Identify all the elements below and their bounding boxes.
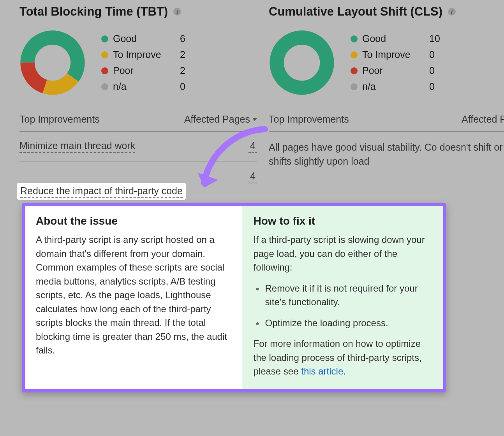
improvement-link[interactable]: Reduce the impact of third-party code: [20, 185, 183, 198]
legend-value: 10: [429, 33, 443, 44]
legend-dot-good: [351, 35, 358, 42]
improvements-header: Top Improvements Affected P: [269, 114, 504, 132]
legend-label: n/a: [113, 81, 175, 92]
legend-label: Poor: [362, 65, 425, 76]
article-link[interactable]: this article: [301, 366, 343, 376]
improvement-row[interactable]: 4: [19, 162, 257, 179]
legend-value: 2: [180, 49, 194, 60]
legend-row-improve: To Improve 0: [351, 49, 443, 60]
legend-row-na: n/a 0: [351, 81, 443, 92]
legend-row-poor: Poor 2: [101, 65, 194, 76]
legend-dot-good: [101, 35, 108, 42]
legend-label: To Improve: [362, 49, 425, 60]
metric-title-tbt: Total Blocking Time (TBT) i: [19, 5, 257, 19]
metric-title-cls: Cumulative Layout Shift (CLS) i: [269, 5, 504, 19]
legend-row-improve: To Improve 2: [101, 49, 194, 60]
legend-dot-na: [351, 83, 358, 90]
improvement-link[interactable]: Minimize main thread work: [19, 140, 135, 153]
fix-more: For more information on how to optimize …: [253, 337, 432, 378]
fix-bullet: Remove it if it is not required for your…: [253, 281, 432, 309]
metric-panel-cls: Cumulative Layout Shift (CLS) i Good 10 …: [269, 5, 504, 179]
donut-chart-tbt: [19, 30, 86, 96]
about-issue-panel: About the issue A third-party script is …: [25, 206, 242, 389]
legend-value: 0: [180, 81, 194, 92]
metric-title-text: Cumulative Layout Shift (CLS): [269, 5, 442, 19]
legend-dot-poor: [351, 67, 358, 74]
svg-point-4: [277, 38, 327, 88]
donut-chart-cls: [269, 30, 335, 96]
legend-label: n/a: [362, 81, 425, 92]
improvements-title: Top Improvements: [269, 114, 349, 125]
legend-row-good: Good 10: [351, 33, 443, 44]
legend-value: 6: [180, 33, 194, 44]
improvement-count[interactable]: 4: [248, 140, 257, 153]
info-icon[interactable]: i: [448, 8, 456, 16]
legend-tbt: Good 6 To Improve 2 Poor 2 n/a 0: [101, 33, 194, 92]
metric-panel-tbt: Total Blocking Time (TBT) i Good: [19, 5, 257, 179]
improvement-count[interactable]: 4: [248, 171, 257, 183]
legend-label: Poor: [113, 65, 175, 76]
fix-intro: If a third-party script is slowing down …: [253, 233, 432, 274]
legend-row-poor: Poor 0: [351, 65, 443, 76]
sort-caret-icon: [252, 118, 257, 121]
affected-pages-header[interactable]: Affected P: [462, 114, 504, 125]
highlighted-improvement[interactable]: Reduce the impact of third-party code: [17, 183, 186, 200]
legend-value: 2: [180, 65, 194, 76]
legend-label: Good: [362, 33, 425, 44]
legend-dot-improve: [101, 51, 108, 58]
legend-dot-poor: [101, 67, 108, 74]
fix-more-suffix: .: [343, 366, 346, 376]
improvement-row[interactable]: Minimize main thread work 4: [19, 132, 257, 162]
legend-dot-improve: [351, 51, 358, 58]
legend-row-good: Good 6: [101, 33, 194, 44]
affected-pages-header[interactable]: Affected Pages: [184, 114, 257, 125]
improvements-title: Top Improvements: [19, 114, 100, 125]
about-heading: About the issue: [36, 215, 231, 227]
issue-callout: About the issue A third-party script is …: [22, 203, 446, 392]
legend-label: Good: [113, 33, 175, 44]
fix-bullet: Optimize the loading process.: [253, 316, 432, 330]
legend-value: 0: [429, 49, 443, 60]
how-to-fix-panel: How to fix it If a third-party script is…: [242, 206, 443, 389]
legend-dot-na: [101, 83, 108, 90]
metric-title-text: Total Blocking Time (TBT): [19, 5, 168, 19]
legend-label: To Improve: [113, 49, 175, 60]
legend-value: 0: [429, 81, 443, 92]
info-icon[interactable]: i: [173, 8, 181, 16]
improvements-header: Top Improvements Affected Pages: [19, 114, 257, 132]
legend-row-na: n/a 0: [101, 81, 194, 92]
good-visual-stability-text: All pages have good visual stability. Co…: [269, 140, 504, 169]
fix-heading: How to fix it: [253, 215, 432, 227]
legend-cls: Good 10 To Improve 0 Poor 0 n/a 0: [351, 33, 443, 92]
fix-bullet-list: Remove it if it is not required for your…: [253, 281, 432, 330]
about-body: A third-party script is any script hoste…: [36, 233, 231, 357]
legend-value: 0: [429, 65, 443, 76]
